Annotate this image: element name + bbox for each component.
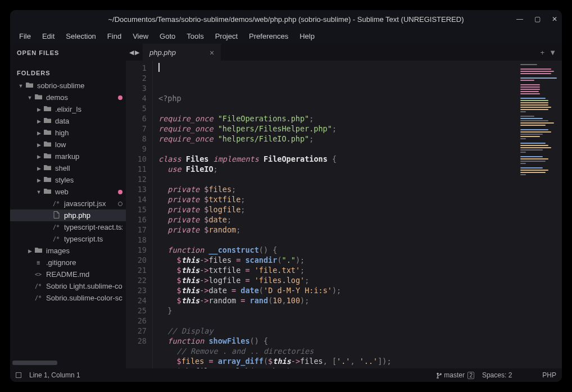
minimap-line — [520, 84, 540, 85]
sidebar-hscroll[interactable] — [12, 361, 124, 366]
minimap[interactable] — [517, 61, 562, 368]
status-branch[interactable]: master 2 — [436, 371, 474, 379]
tab-prev-icon[interactable]: ◀ — [129, 49, 134, 56]
tree-item[interactable]: ▶images — [10, 245, 126, 257]
new-tab-icon[interactable]: + — [541, 48, 545, 57]
tree-item[interactable]: ▶data — [10, 115, 126, 127]
line-number: 27 — [126, 326, 147, 336]
status-indicator-icon — [118, 202, 122, 206]
folder-icon — [43, 165, 52, 172]
window-title: ~/Documentos/Temas/sobrio-sublime/demos/… — [108, 15, 464, 24]
disclosure-arrow-icon[interactable]: ▶ — [36, 154, 42, 159]
tree-item[interactable]: php.php — [10, 209, 126, 221]
tree-item-label: high — [55, 129, 122, 137]
line-number: 25 — [126, 306, 147, 316]
sidebar-hscroll-thumb[interactable] — [12, 361, 57, 365]
status-spaces[interactable]: Spaces: 2 — [482, 371, 512, 379]
folder-open-icon — [34, 94, 43, 102]
menu-help[interactable]: Help — [295, 30, 319, 43]
tree-item[interactable]: ▶high — [10, 127, 126, 139]
git-branch-icon — [436, 372, 443, 379]
menu-edit[interactable]: Edit — [38, 30, 59, 43]
menu-find[interactable]: Find — [103, 30, 126, 43]
disclosure-arrow-icon[interactable]: ▶ — [36, 166, 42, 171]
minimap-line — [520, 134, 543, 135]
code-icon: /* — [52, 236, 61, 242]
tree-item[interactable]: /*typescript.ts — [10, 233, 126, 245]
minimap-line — [520, 163, 526, 164]
tree-item[interactable]: /*typescript-react.tsx — [10, 221, 126, 233]
line-number: 7 — [126, 124, 147, 134]
minimap-line — [520, 98, 546, 99]
tree-item[interactable]: ▶.elixir_ls — [10, 103, 126, 115]
code-icon: /* — [52, 200, 61, 207]
menu-tools[interactable]: Tools — [182, 30, 208, 43]
minimap-line — [520, 80, 534, 81]
tab-next-icon[interactable]: ▶ — [135, 49, 139, 56]
list-icon: ≣ — [34, 259, 43, 266]
disclosure-arrow-icon[interactable]: ▶ — [27, 248, 33, 254]
menu-selection[interactable]: Selection — [61, 30, 100, 43]
tree-item[interactable]: ▼demos — [10, 92, 126, 103]
code-line: require_once "helpers/FilesHelper.php"; — [158, 124, 517, 134]
disclosure-arrow-icon[interactable]: ▼ — [36, 189, 42, 195]
disclosure-arrow-icon[interactable]: ▶ — [36, 107, 42, 112]
code-line: function showFiles() { — [158, 336, 517, 346]
menu-file[interactable]: File — [15, 30, 35, 43]
disclosure-arrow-icon[interactable]: ▶ — [36, 118, 42, 124]
tree-item[interactable]: ▶shell — [10, 162, 126, 174]
tree-item[interactable]: ▼web — [10, 186, 126, 198]
maximize-button[interactable]: ▢ — [534, 15, 541, 23]
titlebar: ~/Documentos/Temas/sobrio-sublime/demos/… — [10, 10, 562, 28]
folder-icon — [43, 141, 52, 149]
line-number: 20 — [126, 255, 147, 265]
tree-item[interactable]: ▼sobrio-sublime — [10, 80, 126, 92]
minimap-line — [520, 118, 543, 119]
status-language[interactable]: PHP — [542, 371, 556, 379]
minimap-line — [520, 64, 537, 65]
app-body: OPEN FILES FOLDERS ▼sobrio-sublime▼demos… — [10, 44, 562, 368]
minimap-line — [520, 158, 548, 159]
minimize-button[interactable]: — — [516, 15, 523, 23]
tree-item-label: shell — [55, 164, 122, 172]
disclosure-arrow-icon[interactable]: ▶ — [36, 142, 42, 148]
tree-item-label: low — [55, 140, 122, 149]
tree-item[interactable]: <>README.md — [10, 268, 126, 280]
menu-project[interactable]: Project — [211, 30, 242, 43]
tree-item[interactable]: ▶styles — [10, 174, 126, 186]
tab-close-icon[interactable]: × — [210, 48, 214, 57]
line-number: 24 — [126, 295, 147, 306]
menu-preferences[interactable]: Preferences — [244, 30, 293, 43]
tree-item[interactable]: /*Sobrio Light.sublime-col — [10, 280, 126, 292]
disclosure-arrow-icon[interactable]: ▶ — [36, 177, 42, 183]
panel-toggle-icon[interactable] — [16, 372, 21, 378]
minimap-line — [520, 129, 548, 130]
tree-item-label: javascript.jsx — [64, 199, 116, 208]
disclosure-arrow-icon[interactable]: ▼ — [27, 95, 33, 101]
tree-item[interactable]: ▶markup — [10, 151, 126, 162]
minimap-line — [520, 147, 551, 148]
statusbar: Line 1, Column 1 master 2 Spaces: 2 PHP — [10, 368, 562, 382]
minimap-line — [520, 138, 526, 139]
folder-icon — [34, 247, 43, 255]
line-number: 6 — [126, 113, 147, 124]
menu-goto[interactable]: Goto — [155, 30, 180, 43]
status-position[interactable]: Line 1, Column 1 — [29, 371, 80, 379]
tree-item[interactable]: ≣.gitignore — [10, 257, 126, 268]
folder-icon — [43, 176, 52, 184]
code-line: class Files implements FileOperations { — [158, 154, 517, 164]
tab-dropdown-icon[interactable]: ▼ — [549, 48, 556, 57]
tree-item[interactable]: /*javascript.jsx — [10, 198, 126, 209]
menu-view[interactable]: View — [128, 30, 153, 43]
tree-item[interactable]: /*Sobrio.sublime-color-sch — [10, 292, 126, 304]
code-line: // Remove . and .. directories — [158, 346, 517, 356]
minimap-line — [520, 143, 546, 144]
tree-item-label: images — [46, 247, 122, 255]
disclosure-arrow-icon[interactable]: ▼ — [18, 83, 24, 89]
tree-item[interactable]: ▶low — [10, 139, 126, 151]
tab-php[interactable]: php.php × — [143, 44, 221, 61]
code-area[interactable]: <?php require_once "FileOperations.php";… — [153, 61, 517, 368]
line-number: 1 — [126, 63, 147, 73]
disclosure-arrow-icon[interactable]: ▶ — [36, 130, 42, 136]
close-button[interactable]: ✕ — [552, 15, 557, 23]
